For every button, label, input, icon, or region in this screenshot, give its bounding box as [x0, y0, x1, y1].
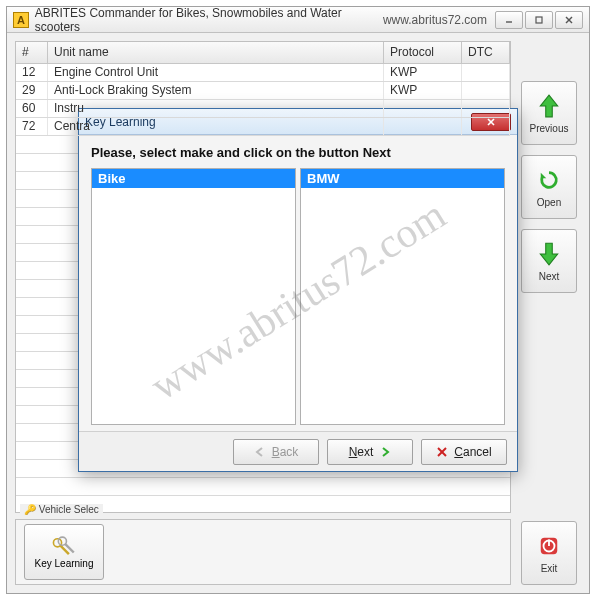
app-icon: A	[13, 12, 29, 28]
vehicle-type-list[interactable]: Bike	[91, 168, 296, 425]
table-row[interactable]: 29 Anti-Lock Braking System KWP	[16, 82, 510, 100]
svg-rect-1	[536, 17, 542, 23]
previous-button[interactable]: Previous	[521, 81, 577, 145]
vehicle-selection-panel: 🔑 Vehicle Selec Key Learning	[15, 519, 511, 585]
vehicle-selection-label: 🔑 Vehicle Selec	[20, 504, 103, 515]
col-header-protocol[interactable]: Protocol	[384, 42, 462, 63]
col-header-name[interactable]: Unit name	[48, 42, 384, 63]
titlebar: A ABRITES Commander for Bikes, Snowmobil…	[7, 7, 589, 33]
arrow-down-icon	[538, 241, 560, 267]
dialog-cancel-button[interactable]: Cancel	[421, 439, 507, 465]
arrow-up-icon	[538, 93, 560, 119]
table-row[interactable]: 60 Instru	[16, 100, 510, 118]
exit-button[interactable]: Exit	[521, 521, 577, 585]
dialog-next-button[interactable]: Next	[327, 439, 413, 465]
list-item[interactable]: Bike	[92, 169, 295, 188]
key-learning-button[interactable]: Key Learning	[24, 524, 104, 580]
keys-icon	[51, 536, 77, 556]
open-button[interactable]: Open	[521, 155, 577, 219]
minimize-button[interactable]	[495, 11, 523, 29]
cancel-icon	[436, 446, 448, 458]
table-row[interactable]: 12 Engine Control Unit KWP	[16, 64, 510, 82]
dialog-back-button: Back	[233, 439, 319, 465]
power-icon	[538, 533, 560, 559]
refresh-icon	[538, 167, 560, 193]
make-list[interactable]: BMW	[300, 168, 505, 425]
next-button[interactable]: Next	[521, 229, 577, 293]
list-item[interactable]: BMW	[301, 169, 504, 188]
col-header-number[interactable]: #	[16, 42, 48, 63]
table-row[interactable]: 72 Centra	[16, 118, 510, 136]
arrow-left-icon	[254, 446, 266, 458]
key-learning-dialog: Key Learning Please, select make and cli…	[78, 108, 518, 472]
arrow-right-icon	[379, 446, 391, 458]
col-header-dtc[interactable]: DTC	[462, 42, 510, 63]
dialog-instruction: Please, select make and click on the but…	[91, 145, 505, 160]
window-title: ABRITES Commander for Bikes, Snowmobiles…	[35, 6, 383, 34]
maximize-button[interactable]	[525, 11, 553, 29]
close-window-button[interactable]	[555, 11, 583, 29]
window-url: www.abritus72.com	[383, 13, 487, 27]
